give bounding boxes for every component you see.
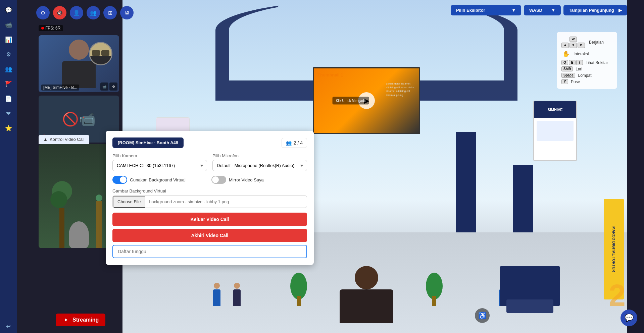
chat-icon[interactable]: 💬 <box>2 4 14 16</box>
room-badge: [ROOM] SimHive - Booth A48 <box>112 137 184 148</box>
eksibitor-dropdown-icon: ▼ <box>511 8 516 13</box>
streaming-label: Streaming <box>72 317 99 323</box>
file-name-display: background zoom - simhive - lobby 1.png <box>145 197 307 207</box>
chat-button[interactable]: 💬 <box>621 310 637 326</box>
video-sidebar-icon[interactable]: 📹 <box>2 19 14 31</box>
bg-virtual-label: Gunakan Background Virtual <box>130 177 186 182</box>
kontrol-header[interactable]: ▲ Kontrol Video Call <box>39 135 89 144</box>
key-row-lihat: Q E / Lihat Sekitar <box>561 60 612 65</box>
akhiri-video-call-btn[interactable]: Akhiri Video Call <box>112 229 307 242</box>
person-1-body <box>213 289 220 306</box>
participant-1-video-toggle[interactable]: 📹 <box>100 82 108 91</box>
scene-lorem-text: Lorem dolor sit amet alipising elit lore… <box>386 82 416 97</box>
toolbar-row: ⚙ 🔇 👤 👥 ⊞ 🖥 <box>36 6 134 19</box>
key-row-interaksi: ✋ Interaksi <box>561 49 612 59</box>
a-key: A <box>561 43 569 48</box>
people-button[interactable]: 👤 <box>70 6 83 19</box>
toggle-row: Gunakan Background Virtual Mirror Video … <box>112 176 307 184</box>
bg-virtual-col: Gunakan Background Virtual <box>112 176 208 184</box>
slash-key: / <box>576 60 583 65</box>
star-sidebar-icon[interactable]: ⭐ <box>2 122 14 134</box>
interaksi-label: Interaksi <box>574 52 589 56</box>
exit-sidebar-icon[interactable]: ↩ <box>2 320 14 332</box>
booth-content <box>534 118 576 145</box>
participant-1-label: [ME] SimHive - B... <box>41 85 79 91</box>
streaming-button[interactable]: Streaming <box>56 314 105 326</box>
kontrol-arrow: ▲ <box>43 137 48 142</box>
group-button[interactable]: 👥 <box>87 6 100 19</box>
fps-badge: FPS: 6R <box>39 25 63 31</box>
yellow-sign-text: MARCO DIGITAL TORTUR <box>612 226 616 272</box>
participant-1-settings[interactable]: ⚙ <box>109 82 117 91</box>
mirror-label: Mirror Video Saya <box>229 177 264 182</box>
y-key: Y <box>561 79 568 84</box>
wasd-btn[interactable]: WASD ▼ <box>524 5 561 15</box>
booth-white-header <box>156 118 189 131</box>
simhive-booth-right: SIMHIVE <box>533 101 577 161</box>
scene-video-panel[interactable]: Thumbnail 1 Lorem dolor sit amet alipisi… <box>313 67 420 134</box>
heart-sidebar-icon[interactable]: ❤ <box>2 107 14 119</box>
tree-1-top <box>290 273 307 299</box>
key-row-lompat: Space Lompat <box>561 73 612 78</box>
youtube-icon <box>62 317 70 323</box>
hand-icon: ✋ <box>561 49 571 59</box>
kontrol-label: Kontrol Video Call <box>50 137 85 142</box>
big-right-number: 2 <box>609 278 626 313</box>
shift-key: Shift <box>561 66 573 71</box>
key-row-lari: Shift Lari <box>561 66 612 71</box>
participant-count-text: 2 / 4 <box>294 140 303 146</box>
accessibility-btn[interactable]: ♿ <box>475 308 490 323</box>
camera-col: Pilih Kamera CAMTECH CT-30 (1b3f:1167) <box>112 153 207 171</box>
key-row-berjalan: W A S D Berjalan <box>561 37 612 48</box>
youtube-play-icon <box>65 318 67 322</box>
mic-label: Pilih Mikrofon <box>212 153 307 158</box>
q-key: Q <box>561 60 568 65</box>
left-sidebar: 💬 📹 📊 ⚙ 👥 🚩 📄 ❤ ⭐ ↩ <box>0 0 17 333</box>
tampilan-arrow-icon: ▶ <box>618 8 622 13</box>
blue-furniture-2 <box>506 299 553 313</box>
participant-count-badge: 👥 2 / 4 <box>282 138 307 148</box>
flag-sidebar-icon[interactable]: 🚩 <box>2 78 14 90</box>
lari-label: Lari <box>576 67 582 71</box>
qe-keys: Q E / <box>561 60 583 65</box>
tree-2-top <box>426 273 443 299</box>
gear-button[interactable]: ⚙ <box>36 6 50 19</box>
camera-select[interactable]: CAMTECH CT-30 (1b3f:1167) <box>112 160 207 171</box>
camera-label: Pilih Kamera <box>112 153 207 158</box>
mute-button[interactable]: 🔇 <box>53 6 66 19</box>
screen-button[interactable]: 🖥 <box>120 6 134 19</box>
avatar-head <box>355 266 378 289</box>
person-2-body <box>233 289 241 306</box>
s-key: S <box>569 43 577 48</box>
mirror-toggle[interactable] <box>211 176 226 184</box>
bg-virtual-toggle[interactable] <box>112 176 127 184</box>
settings-sidebar-icon[interactable]: ⚙ <box>2 48 14 60</box>
w-key: W <box>569 37 577 42</box>
d-key: D <box>578 43 585 48</box>
wasd-grid: W A S D <box>561 37 585 48</box>
pilih-eksibitor-btn[interactable]: Pilih Eksibitor ▼ <box>451 5 521 15</box>
booth-image <box>537 121 574 141</box>
fps-label: FPS: 6R <box>45 26 60 31</box>
video-cta-label: Klik Untuk Mengadit <box>333 97 369 105</box>
person-2-head <box>234 283 240 289</box>
people-sidebar-icon[interactable]: 👥 <box>2 63 14 75</box>
document-sidebar-icon[interactable]: 📄 <box>2 93 14 105</box>
daftar-tunggu-input[interactable] <box>112 245 307 258</box>
chart-sidebar-icon[interactable]: 📊 <box>2 34 14 46</box>
grid-button[interactable]: ⊞ <box>103 6 117 19</box>
person-1-head <box>214 283 220 289</box>
video-cta-text: Klik Untuk Mengadit <box>336 99 366 103</box>
choose-file-btn[interactable]: Choose File <box>113 196 145 208</box>
tree-2-trunk <box>432 296 436 306</box>
keluar-video-call-btn[interactable]: Keluar Video Call <box>112 213 307 226</box>
file-row: Choose File background zoom - simhive - … <box>112 196 307 208</box>
mic-select[interactable]: Default - Microphone (Realtek(R) Audio) <box>212 160 307 171</box>
tampilan-pengunjung-btn[interactable]: Tampilan Pengunjung ▶ <box>563 5 627 15</box>
wasd-dropdown-icon: ▼ <box>551 8 555 13</box>
video-call-modal: [ROOM] SimHive - Booth A48 👥 2 / 4 Pilih… <box>106 131 314 265</box>
top-controls-container: Pilih Eksibitor ▼ WASD ▼ Tampilan Pengun… <box>451 5 627 15</box>
space-key: Space <box>561 73 575 78</box>
keyboard-guide: W A S D Berjalan ✋ Interaksi Q E / Lihat… <box>557 32 617 89</box>
wasd-label: WASD <box>529 8 542 13</box>
